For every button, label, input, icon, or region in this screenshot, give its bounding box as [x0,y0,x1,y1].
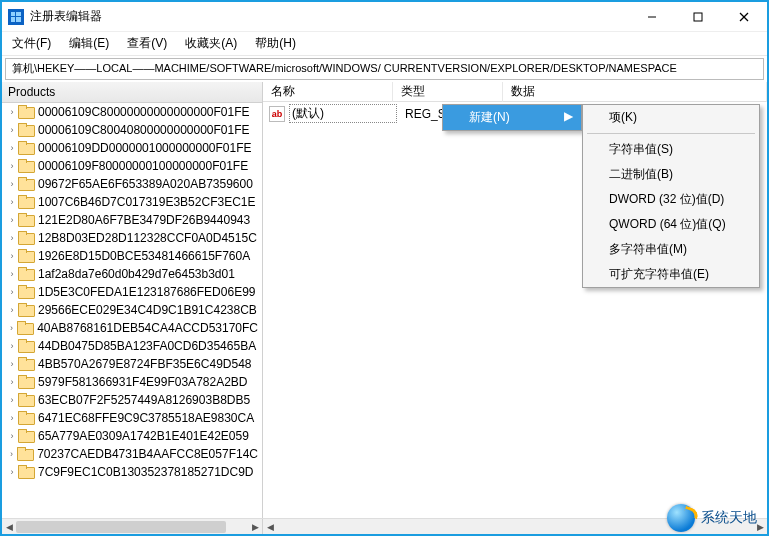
folder-icon [18,285,34,299]
folder-icon [18,105,34,119]
column-type[interactable]: 类型 [393,82,503,102]
tree-item[interactable]: ›29566ECE029E34C4D9C1B91C4238CB [2,301,262,319]
expand-icon[interactable]: › [6,413,18,423]
tree-item[interactable]: ›40AB8768161DEB54CA4ACCD53170FC [2,319,262,337]
tree-item[interactable]: ›70237CAEDB4731B4AAFCC8E057F14C [2,445,262,463]
expand-icon[interactable]: › [6,233,18,243]
tree-item[interactable]: ›1D5E3C0FEDA1E123187686FED06E99 [2,283,262,301]
close-button[interactable] [721,2,767,32]
menu-help[interactable]: 帮助(H) [255,35,296,52]
menu-favorites[interactable]: 收藏夹(A) [185,35,237,52]
menubar: 文件(F) 编辑(E) 查看(V) 收藏夹(A) 帮助(H) [2,32,767,56]
titlebar: 注册表编辑器 [2,2,767,32]
left-hscroll[interactable]: ◀ ▶ [2,519,263,534]
submenu-key[interactable]: 项(K) [583,105,759,130]
tree-list[interactable]: ›00006109C80000000000000000F01FE›0000610… [2,103,262,518]
maximize-button[interactable] [675,2,721,32]
scroll-left-arrow-icon[interactable]: ◀ [263,519,277,535]
tree-item[interactable]: ›1007C6B46D7C017319E3B52CF3EC1E [2,193,262,211]
tree-item[interactable]: ›6471EC68FFE9C9C3785518AE9830CA [2,409,262,427]
tree-item-label: 44DB0475D85BA123FA0CD6D35465BA [38,339,256,353]
expand-icon[interactable]: › [6,305,18,315]
expand-icon[interactable]: › [6,431,18,441]
tree-item[interactable]: ›63ECB07F2F5257449A8126903B8DB5 [2,391,262,409]
folder-icon [18,213,34,227]
tree-item-label: 1D5E3C0FEDA1E123187686FED06E99 [38,285,255,299]
scroll-thumb[interactable] [16,521,226,533]
watermark: 系统天地 [667,504,757,532]
expand-icon[interactable]: › [6,287,18,297]
tree-item[interactable]: ›4BB570A2679E8724FBF35E6C49D548 [2,355,262,373]
expand-icon[interactable]: › [6,395,18,405]
folder-icon [18,303,34,317]
tree-item[interactable]: ›09672F65AE6F653389A020AB7359600 [2,175,262,193]
tree-item[interactable]: ›44DB0475D85BA123FA0CD6D35465BA [2,337,262,355]
svg-rect-2 [16,12,21,16]
tree-item-label: 00006109C80000000000000000F01FE [38,105,250,119]
scroll-left-arrow-icon[interactable]: ◀ [2,519,16,535]
tree-item-label: 121E2D80A6F7BE3479DF26B9440943 [38,213,250,227]
submenu-binary[interactable]: 二进制值(B) [583,162,759,187]
menu-edit[interactable]: 编辑(E) [69,35,109,52]
expand-icon[interactable]: › [6,467,18,477]
folder-icon [18,123,34,137]
expand-icon[interactable]: › [6,377,18,387]
expand-icon[interactable]: › [6,215,18,225]
tree-item[interactable]: ›00006109F80000000100000000F01FE [2,157,262,175]
folder-icon [18,231,34,245]
tree-header[interactable]: Products [2,82,262,103]
expand-icon[interactable]: › [6,107,18,117]
folder-icon [17,447,33,461]
expand-icon[interactable]: › [6,197,18,207]
tree-item[interactable]: ›1af2a8da7e60d0b429d7e6453b3d01 [2,265,262,283]
folder-icon [18,159,34,173]
tree-item-label: 1926E8D15D0BCE53481466615F760A [38,249,250,263]
tree-item[interactable]: ›00006109C80040800000000000F01FE [2,121,262,139]
folder-icon [18,249,34,263]
tree-item[interactable]: ›65A779AE0309A1742B1E401E42E059 [2,427,262,445]
submenu-qword[interactable]: QWORD (64 位)值(Q) [583,212,759,237]
tree-item[interactable]: ›121E2D80A6F7BE3479DF26B9440943 [2,211,262,229]
folder-icon [18,375,34,389]
tree-item[interactable]: ›00006109C80000000000000000F01FE [2,103,262,121]
submenu-dword[interactable]: DWORD (32 位)值(D) [583,187,759,212]
column-name[interactable]: 名称 [263,82,393,102]
expand-icon[interactable]: › [6,269,18,279]
folder-icon [18,339,34,353]
folder-icon [18,465,34,479]
tree-item-label: 12B8D03ED28D112328CCF0A0D4515C [38,231,257,245]
folder-icon [18,429,34,443]
expand-icon[interactable]: › [6,179,18,189]
new-submenu: 项(K) 字符串值(S) 二进制值(B) DWORD (32 位)值(D) QW… [582,104,760,288]
menu-file[interactable]: 文件(F) [12,35,51,52]
svg-rect-3 [11,17,15,22]
svg-rect-1 [11,12,15,16]
expand-icon[interactable]: › [6,143,18,153]
minimize-button[interactable] [629,2,675,32]
address-bar[interactable]: 算机\HEKEY——LOCAL——MACHIME/SOFTWARE/micros… [5,58,764,80]
submenu-multistring[interactable]: 多字符串值(M) [583,237,759,262]
expand-icon[interactable]: › [6,161,18,171]
tree-item-label: 4BB570A2679E8724FBF35E6C49D548 [38,357,252,371]
expand-icon[interactable]: › [6,251,18,261]
expand-icon[interactable]: › [6,323,17,333]
tree-item-label: 00006109C80040800000000000F01FE [38,123,250,137]
menu-view[interactable]: 查看(V) [127,35,167,52]
tree-item-label: 65A779AE0309A1742B1E401E42E059 [38,429,249,443]
expand-icon[interactable]: › [6,125,18,135]
tree-item[interactable]: ›7C9F9EC1C0B130352378185271DC9D [2,463,262,481]
tree-item-label: 29566ECE029E34C4D9C1B91C4238CB [38,303,257,317]
tree-item[interactable]: ›12B8D03ED28D112328CCF0A0D4515C [2,229,262,247]
submenu-string[interactable]: 字符串值(S) [583,137,759,162]
column-data[interactable]: 数据 [503,82,767,102]
tree-item-label: 00006109F80000000100000000F01FE [38,159,248,173]
expand-icon[interactable]: › [6,449,17,459]
tree-item[interactable]: ›00006109DD0000001000000000F01FE [2,139,262,157]
submenu-expandstring[interactable]: 可扩充字符串值(E) [583,262,759,287]
tree-item[interactable]: ›5979F581366931F4E99F03A782A2BD [2,373,262,391]
tree-item[interactable]: ›1926E8D15D0BCE53481466615F760A [2,247,262,265]
expand-icon[interactable]: › [6,341,18,351]
expand-icon[interactable]: › [6,359,18,369]
scroll-right-arrow-icon[interactable]: ▶ [248,519,262,535]
context-menu-new[interactable]: 新建(N) ▶ [443,105,581,130]
